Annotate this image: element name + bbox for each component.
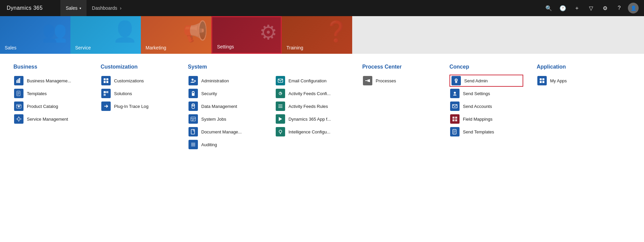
section-system-title: System	[188, 64, 262, 70]
training-tile-icon: ❓	[324, 19, 349, 43]
activity-feeds-rules-icon	[276, 102, 285, 111]
svg-rect-55	[452, 117, 454, 119]
item-send-accounts[interactable]: Send Accounts	[449, 100, 523, 112]
app-name: Sales	[66, 5, 77, 11]
svg-point-21	[194, 80, 196, 82]
main-content: Business Business Manageme... Templates …	[0, 54, 644, 242]
help-icon[interactable]: ?	[612, 0, 626, 16]
svg-rect-17	[104, 94, 106, 96]
item-processes[interactable]: Processes	[362, 75, 436, 87]
item-my-apps[interactable]: My Apps	[537, 75, 610, 87]
processes-icon	[363, 76, 372, 85]
system-jobs-icon	[189, 114, 198, 124]
svg-rect-65	[540, 81, 542, 83]
item-product-catalog[interactable]: Product Catalog	[13, 100, 87, 112]
plugin-trace-log-icon	[101, 102, 111, 111]
svg-rect-0	[16, 81, 17, 83]
brand-logo[interactable]: Dynamics 365	[0, 0, 60, 16]
customizations-icon	[101, 76, 111, 85]
templates-icon	[14, 89, 23, 98]
document-management-icon	[189, 127, 198, 136]
tile-sales[interactable]: 👥 Sales	[0, 16, 70, 54]
item-customizations[interactable]: Customizations	[101, 75, 174, 87]
svg-rect-13	[104, 81, 106, 83]
svg-rect-14	[106, 81, 108, 83]
svg-rect-2	[19, 79, 20, 83]
send-admin-label: Send Admin	[464, 78, 488, 83]
solutions-icon	[101, 89, 111, 98]
business-management-label: Business Manageme...	[27, 78, 71, 83]
svg-rect-64	[542, 78, 544, 80]
top-navigation: Dynamics 365 Sales ▾ Dashboards › 🔍 🕐 ＋ …	[0, 0, 644, 16]
item-plugin-trace-log[interactable]: Plug-In Trace Log	[101, 100, 174, 112]
intelligence-config-icon	[276, 127, 285, 136]
my-apps-icon	[537, 76, 547, 85]
tile-training[interactable]: ❓ Training	[282, 16, 352, 54]
svg-rect-11	[104, 78, 106, 80]
filter-icon[interactable]: ▽	[584, 0, 598, 16]
item-send-admin[interactable]: Send Admin	[449, 75, 523, 87]
item-intelligence-config[interactable]: Intelligence Configu...	[275, 126, 349, 138]
send-accounts-label: Send Accounts	[463, 104, 492, 109]
svg-rect-58	[455, 119, 457, 121]
sales-tile-label: Sales	[5, 45, 16, 50]
breadcrumb-text: Dashboards	[92, 5, 117, 11]
item-templates[interactable]: Templates	[13, 87, 87, 99]
svg-rect-1	[18, 80, 19, 83]
dynamics365-app-icon	[276, 114, 285, 124]
new-record-icon[interactable]: ＋	[570, 0, 584, 16]
user-avatar[interactable]: 👤	[628, 3, 639, 13]
search-icon[interactable]: 🔍	[542, 0, 555, 16]
app-tiles-bar: 👥 Sales 👤 Service 📢 Marketing ⚙ Settings…	[0, 16, 644, 54]
activity-feeds-config-label: Activity Feeds Confi...	[288, 91, 331, 96]
item-service-management[interactable]: Service Management	[13, 113, 87, 125]
recent-records-icon[interactable]: 🕐	[556, 0, 570, 16]
app-switcher[interactable]: Sales ▾	[60, 0, 87, 16]
item-dynamics365-app[interactable]: Dynamics 365 App f...	[275, 113, 349, 125]
section-process-center-title: Process Center	[362, 64, 436, 70]
item-activity-feeds-rules[interactable]: Activity Feeds Rules	[275, 100, 349, 112]
section-customization: Customization Customizations Solutions P…	[101, 64, 174, 232]
tile-marketing[interactable]: 📢 Marketing	[141, 16, 211, 54]
item-administration[interactable]: Administration	[188, 75, 262, 87]
item-activity-feeds-config[interactable]: Activity Feeds Confi...	[275, 87, 349, 99]
service-tile-icon: 👤	[112, 19, 138, 43]
svg-rect-66	[542, 81, 544, 83]
administration-icon	[189, 76, 198, 85]
administration-label: Administration	[201, 78, 229, 83]
svg-point-50	[456, 80, 457, 80]
settings-icon[interactable]: ⚙	[598, 0, 612, 16]
tile-service[interactable]: 👤 Service	[70, 16, 141, 54]
system-jobs-label: System Jobs	[201, 117, 226, 122]
item-auditing[interactable]: Auditing	[188, 138, 262, 151]
security-label: Security	[201, 91, 217, 96]
section-application: Application My Apps	[537, 64, 610, 232]
svg-rect-63	[540, 78, 542, 80]
item-send-settings[interactable]: Send Settings	[449, 87, 523, 99]
service-management-label: Service Management	[27, 117, 68, 122]
security-icon	[189, 89, 198, 98]
settings-tile-icon: ⚙	[259, 21, 277, 44]
tile-settings[interactable]: ⚙ Settings	[211, 16, 282, 54]
send-accounts-icon	[450, 102, 460, 111]
section-system: System Administration Security Data Mana…	[188, 64, 262, 232]
activity-feeds-rules-label: Activity Feeds Rules	[288, 104, 328, 109]
item-business-management[interactable]: Business Manageme...	[13, 75, 87, 87]
intelligence-config-label: Intelligence Configu...	[288, 129, 330, 134]
section-application-title: Application	[537, 64, 610, 70]
svg-rect-12	[106, 78, 108, 80]
item-send-templates[interactable]: Send Templates	[449, 126, 523, 138]
item-email-configuration[interactable]: Email Configuration	[275, 75, 349, 87]
item-solutions[interactable]: Solutions	[101, 87, 174, 99]
item-data-management[interactable]: Data Management	[188, 100, 262, 112]
item-system-jobs[interactable]: System Jobs	[188, 113, 262, 125]
item-field-mappings[interactable]: Field Mappings	[449, 113, 523, 125]
svg-rect-15	[104, 91, 106, 93]
item-security[interactable]: Security	[188, 87, 262, 99]
data-management-label: Data Management	[201, 104, 237, 109]
item-document-management[interactable]: Document Manage...	[188, 126, 262, 138]
svg-rect-16	[106, 91, 108, 93]
product-catalog-label: Product Catalog	[27, 104, 58, 109]
document-management-label: Document Manage...	[201, 129, 242, 134]
svg-rect-57	[452, 119, 454, 121]
